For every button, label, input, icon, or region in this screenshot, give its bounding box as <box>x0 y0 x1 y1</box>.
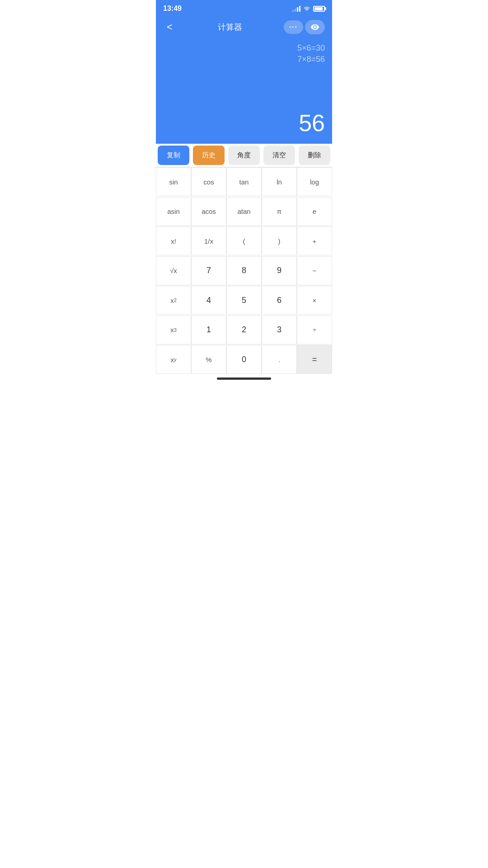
back-button[interactable]: < <box>163 19 176 35</box>
copy-button[interactable]: 复制 <box>158 146 189 165</box>
key-cube[interactable]: x3 <box>156 316 191 344</box>
key-ln[interactable]: ln <box>262 167 297 196</box>
more-button[interactable]: ··· <box>284 20 303 34</box>
key-4[interactable]: 4 <box>191 286 226 315</box>
signal-icon <box>292 5 300 12</box>
key-asin[interactable]: asin <box>156 197 191 226</box>
delete-button[interactable]: 删除 <box>299 146 330 165</box>
key-e[interactable]: e <box>297 197 332 226</box>
home-bar <box>217 377 271 380</box>
key-close_paren[interactable]: ) <box>262 226 297 255</box>
clear-button[interactable]: 清空 <box>263 146 295 165</box>
key-reciprocal[interactable]: 1/x <box>191 226 226 255</box>
history-item-1: 5×6=30 <box>297 43 325 53</box>
wifi-icon <box>303 5 310 12</box>
key-equals[interactable]: = <box>297 345 332 374</box>
header-actions: ··· <box>284 20 325 34</box>
key-atan[interactable]: atan <box>226 197 262 226</box>
key-square[interactable]: x2 <box>156 286 191 315</box>
key-multiply[interactable]: × <box>297 286 332 315</box>
key-tan[interactable]: tan <box>226 167 262 196</box>
key-open_paren[interactable]: ( <box>226 226 262 255</box>
key-0[interactable]: 0 <box>226 345 262 374</box>
key-7[interactable]: 7 <box>191 256 226 285</box>
page-title: 计算器 <box>218 22 242 33</box>
key-factorial[interactable]: x! <box>156 226 191 255</box>
current-result: 56 <box>163 109 325 137</box>
key-power[interactable]: xy <box>156 345 191 374</box>
key-8[interactable]: 8 <box>226 256 262 285</box>
history-display: 5×6=30 7×8=56 <box>163 43 325 64</box>
key-minus[interactable]: − <box>297 256 332 285</box>
key-percent[interactable]: % <box>191 345 226 374</box>
calculator-display: 5×6=30 7×8=56 56 <box>156 40 332 144</box>
eye-icon <box>310 23 319 32</box>
key-divide[interactable]: ÷ <box>297 316 332 344</box>
key-plus[interactable]: + <box>297 226 332 255</box>
header: < 计算器 ··· <box>156 16 332 40</box>
key-sqrt[interactable]: √x <box>156 256 191 285</box>
status-time: 13:49 <box>163 5 182 13</box>
key-3[interactable]: 3 <box>262 316 297 344</box>
key-pi[interactable]: π <box>262 197 297 226</box>
keypad: sincostanlnlogasinacosatanπex!1/x()+√x78… <box>156 167 332 375</box>
status-icons <box>292 5 325 12</box>
history-button[interactable]: 历史 <box>193 146 225 165</box>
key-9[interactable]: 9 <box>262 256 297 285</box>
key-acos[interactable]: acos <box>191 197 226 226</box>
key-log[interactable]: log <box>297 167 332 196</box>
battery-icon <box>313 6 325 12</box>
action-row: 复制 历史 角度 清空 删除 <box>156 144 332 167</box>
key-1[interactable]: 1 <box>191 316 226 344</box>
key-5[interactable]: 5 <box>226 286 262 315</box>
key-sin[interactable]: sin <box>156 167 191 196</box>
key-6[interactable]: 6 <box>262 286 297 315</box>
status-bar: 13:49 <box>156 0 332 16</box>
key-cos[interactable]: cos <box>191 167 226 196</box>
history-item-2: 7×8=56 <box>297 55 325 64</box>
key-2[interactable]: 2 <box>226 316 262 344</box>
key-dot[interactable]: . <box>262 345 297 374</box>
angle-button[interactable]: 角度 <box>228 146 260 165</box>
eye-button[interactable] <box>305 20 325 34</box>
home-indicator <box>156 375 332 382</box>
